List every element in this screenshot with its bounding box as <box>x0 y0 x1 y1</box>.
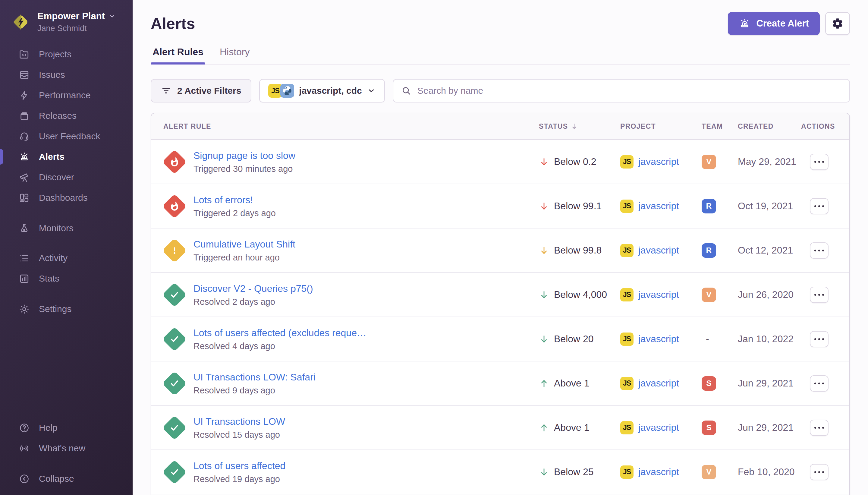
status-value: Above 1 <box>554 422 589 433</box>
project-link[interactable]: javascript <box>638 156 679 167</box>
settings-icon <box>19 304 30 315</box>
alert-rule-link[interactable]: Lots of errors! <box>193 194 530 206</box>
sidebar-item-settings[interactable]: Settings <box>0 299 133 319</box>
row-actions-button[interactable] <box>810 287 829 303</box>
sidebar-item-label: Dashboards <box>39 193 88 203</box>
tab-alert-rules[interactable]: Alert Rules <box>151 46 205 64</box>
created-date: Oct 12, 2021 <box>738 245 801 256</box>
status-value: Above 1 <box>554 378 589 389</box>
row-actions-button[interactable] <box>810 331 829 347</box>
alert-rule-link[interactable]: UI Transactions LOW: Safari <box>193 371 530 383</box>
alert-rule-link[interactable]: Lots of users affected <box>193 460 530 472</box>
row-actions-button[interactable] <box>810 154 829 170</box>
row-actions-button[interactable] <box>810 242 829 259</box>
sidebar-item-collapse[interactable]: Collapse <box>0 468 133 489</box>
sidebar-item-issues[interactable]: Issues <box>0 65 133 85</box>
alert-rule-link[interactable]: UI Transactions LOW <box>193 415 530 427</box>
sidebar-item-label: User Feedback <box>39 131 100 141</box>
project-link[interactable]: javascript <box>638 289 679 300</box>
search-input[interactable] <box>417 85 841 96</box>
project-filter-dropdown[interactable]: JS javascript, cdc <box>259 79 385 102</box>
table-row: Signup page is too slowTriggered 30 minu… <box>151 140 849 184</box>
created-date: Jan 10, 2022 <box>738 334 801 345</box>
sidebar-item-label: What's new <box>39 443 85 454</box>
alert-check-icon <box>162 282 187 307</box>
column-header-status[interactable]: STATUS <box>539 122 620 131</box>
project-link[interactable]: javascript <box>638 245 679 256</box>
sidebar-item-monitors[interactable]: Monitors <box>0 218 133 238</box>
org-switcher[interactable]: Empower Plant Jane Schmidt <box>0 11 133 33</box>
column-header-created[interactable]: CREATED <box>738 122 801 131</box>
row-actions-button[interactable] <box>810 198 829 214</box>
column-header-project[interactable]: PROJECT <box>620 122 701 131</box>
alert-check-icon <box>162 459 187 484</box>
active-filters-button[interactable]: 2 Active Filters <box>151 79 251 102</box>
table-row: UI Transactions LOW: SafariResolved 9 da… <box>151 361 849 406</box>
tab-history[interactable]: History <box>218 46 251 64</box>
sidebar-item-performance[interactable]: Performance <box>0 85 133 105</box>
create-alert-button[interactable]: Create Alert <box>728 12 820 35</box>
javascript-platform-icon: JS <box>620 200 633 213</box>
sidebar-item-label: Projects <box>39 49 71 59</box>
sidebar-item-projects[interactable]: Projects <box>0 44 133 65</box>
monitors-icon <box>19 223 30 234</box>
alert-rule-link[interactable]: Discover V2 - Queries p75() <box>193 283 530 294</box>
app-window: Empower Plant Jane Schmidt ProjectsIssue… <box>0 0 868 495</box>
alert-rule-status-text: Resolved 15 days ago <box>193 430 530 440</box>
alert-rule-link[interactable]: Cumulative Layout Shift <box>193 238 530 250</box>
team-avatar[interactable]: S <box>701 421 716 435</box>
created-date: Feb 10, 2020 <box>738 466 801 478</box>
sidebar-item-alerts[interactable]: Alerts <box>0 147 133 167</box>
search-field[interactable] <box>393 79 850 102</box>
sidebar-item-label: Issues <box>39 70 65 80</box>
table-header: ALERT RULE STATUS PROJECT TEAM CREATED A… <box>151 113 849 140</box>
sidebar-item-activity[interactable]: Activity <box>0 248 133 268</box>
column-header-team[interactable]: TEAM <box>701 122 738 131</box>
project-link[interactable]: javascript <box>638 201 679 211</box>
sidebar: Empower Plant Jane Schmidt ProjectsIssue… <box>0 0 133 495</box>
row-actions-button[interactable] <box>810 420 829 436</box>
team-avatar[interactable]: S <box>701 376 716 391</box>
table-row: Lots of users affectedResolved 19 days a… <box>151 450 849 494</box>
sidebar-item-whatsnew[interactable]: What's new <box>0 438 133 459</box>
sidebar-item-feedback[interactable]: User Feedback <box>0 126 133 147</box>
javascript-platform-icon: JS <box>620 332 633 346</box>
gear-icon <box>832 17 844 30</box>
sidebar-item-discover[interactable]: Discover <box>0 167 133 188</box>
project-link[interactable]: javascript <box>638 378 679 389</box>
chevron-down-icon <box>367 86 376 95</box>
created-date: Oct 19, 2021 <box>738 201 801 211</box>
sidebar-item-help[interactable]: Help <box>0 417 133 438</box>
team-avatar[interactable]: V <box>701 155 716 169</box>
alert-rule-link[interactable]: Lots of users affected (excludes reque… <box>193 327 530 339</box>
column-header-alert-rule[interactable]: ALERT RULE <box>163 122 539 131</box>
table-row: UI Transactions LOWResolved 15 days agoA… <box>151 406 849 450</box>
alert-rule-status-text: Resolved 19 days ago <box>193 474 530 484</box>
project-link[interactable]: javascript <box>638 334 679 345</box>
trend-up-icon <box>539 378 549 389</box>
releases-icon <box>19 110 30 121</box>
trend-down-icon <box>539 467 549 477</box>
row-actions-button[interactable] <box>810 375 829 392</box>
team-avatar[interactable]: V <box>701 288 716 302</box>
alerts-settings-button[interactable] <box>825 12 850 35</box>
alert-check-icon <box>162 371 187 395</box>
status-value: Below 0.2 <box>554 156 596 167</box>
alert-fire-icon <box>162 149 187 174</box>
sidebar-item-releases[interactable]: Releases <box>0 105 133 126</box>
sidebar-item-stats[interactable]: Stats <box>0 268 133 289</box>
team-avatar[interactable]: V <box>701 465 716 479</box>
created-date: Jun 29, 2021 <box>738 422 801 433</box>
alert-rule-link[interactable]: Signup page is too slow <box>193 150 530 161</box>
team-avatar[interactable]: R <box>701 199 716 214</box>
project-link[interactable]: javascript <box>638 466 679 478</box>
sidebar-item-dashboards[interactable]: Dashboards <box>0 188 133 208</box>
project-link[interactable]: javascript <box>638 422 679 433</box>
alert-rule-status-text: Resolved 2 days ago <box>193 297 530 307</box>
trend-down-icon <box>539 290 549 300</box>
status-value: Below 20 <box>554 334 594 345</box>
siren-icon <box>739 17 751 30</box>
row-actions-button[interactable] <box>810 464 829 480</box>
team-avatar[interactable]: R <box>701 243 716 258</box>
sidebar-item-label: Help <box>39 423 57 433</box>
